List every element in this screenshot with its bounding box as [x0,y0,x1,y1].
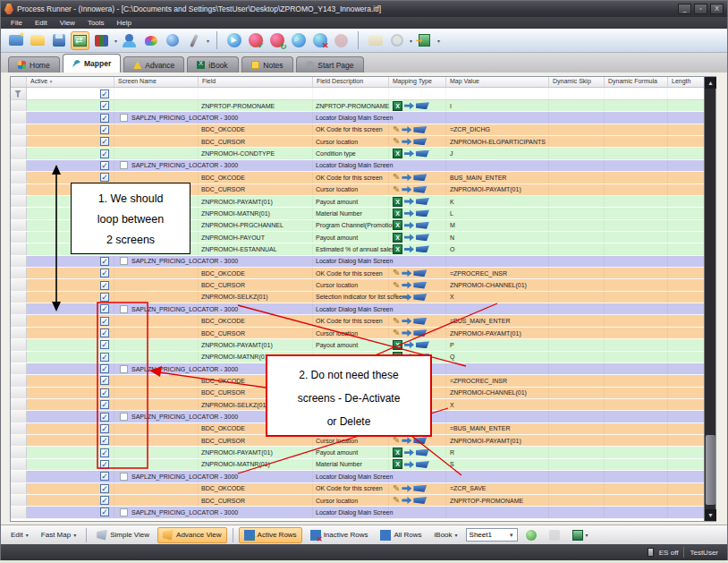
active-checkbox[interactable]: ✓ [100,388,109,397]
screen-name-cell[interactable] [114,495,199,506]
active-checkbox[interactable]: ✓ [100,137,109,146]
active-cell[interactable]: ✓ [27,447,114,457]
field-cell[interactable]: ZNPROMOI-MATNR(01) [199,208,313,218]
active-cell[interactable]: ✓ [27,100,114,111]
field-description-cell[interactable]: OK Code for this screen [313,124,389,135]
active-cell[interactable]: ✓ [27,375,114,386]
run-schedule-icon[interactable] [267,31,286,50]
field-description-cell[interactable]: Payout amount [313,339,389,350]
active-cell[interactable]: ✓ [27,471,114,482]
field-cell[interactable]: BDC_CURSOR [199,184,313,195]
active-checkbox[interactable]: ✓ [100,400,109,409]
row-indicator-cell[interactable] [11,411,27,422]
dynamic-skip-cell[interactable] [549,339,605,350]
field-row[interactable]: ✓BDC_OKCODEOK Code for this screen✎=ZCR_… [11,483,715,495]
screen-name-cell[interactable] [114,328,199,338]
row-indicator-cell[interactable] [11,172,27,183]
filter-cell[interactable] [114,88,199,99]
maximize-button[interactable]: ▫ [694,4,707,14]
tab-advance[interactable]: Advance [123,56,184,73]
dynamic-formula-cell[interactable] [605,495,668,506]
active-checkbox[interactable]: ✓ [100,328,109,337]
field-row[interactable]: ✓BDC_OKCODEOK Code for this screen✎=ZPRO… [11,268,715,279]
length-cell[interactable] [668,148,706,158]
dynamic-skip-cell[interactable] [549,315,605,326]
mapping-type-cell[interactable]: ✎ [389,483,446,494]
dynamic-skip-cell[interactable] [549,243,605,254]
active-checkbox[interactable]: ✓ [100,173,109,182]
active-cell[interactable]: ✓ [27,339,114,350]
mapper-view-icon[interactable] [71,31,89,50]
field-cell[interactable]: ZNPROMOH-PRGCHANNEL [199,220,313,231]
field-cell[interactable]: ZNPROMOH-PAYOUT [199,232,313,243]
row-indicator-cell[interactable] [11,196,27,207]
row-indicator-cell[interactable] [11,243,27,254]
mapping-type-cell[interactable] [389,256,446,267]
screen-name-cell[interactable] [114,459,199,470]
close-button[interactable]: X [710,4,724,14]
map-value-cell[interactable]: S [446,459,549,470]
row-indicator-cell[interactable] [11,148,27,158]
length-cell[interactable] [668,112,706,123]
color-palette-icon[interactable] [141,31,160,50]
row-indicator-cell[interactable] [11,495,27,506]
filter-active-checkbox[interactable]: ✓ [100,90,109,98]
dynamic-skip-cell[interactable] [549,435,605,446]
mapping-type-cell[interactable]: ✎ [389,292,446,303]
sheet-selector[interactable]: Sheet1▼ [466,528,518,542]
active-checkbox[interactable]: ✓ [100,257,109,266]
active-checkbox[interactable]: ✓ [100,317,109,326]
map-value-cell[interactable]: ZNPROMOI-CHANNEL(01) [446,388,549,398]
map-value-cell[interactable]: ZNPROMOI-PAYAMT(01) [446,435,549,446]
length-cell[interactable] [668,292,706,303]
column-header-active[interactable]: Active ▼ [27,77,114,87]
dynamic-formula-cell[interactable] [605,100,668,111]
mapping-type-cell[interactable]: ✎ [389,328,446,338]
dynamic-formula-cell[interactable] [605,328,668,338]
dynamic-formula-cell[interactable] [605,292,668,303]
expand-icon[interactable] [120,305,128,313]
field-cell[interactable]: BDC_OKCODE [199,268,313,278]
field-description-cell[interactable]: Program Channel(Promotion) [313,220,389,231]
dynamic-formula-cell[interactable] [605,232,668,243]
dynamic-formula-cell[interactable] [605,268,668,278]
map-value-cell[interactable] [446,411,549,422]
dynamic-formula-cell[interactable] [605,447,668,457]
dynamic-formula-cell[interactable] [605,399,668,410]
map-value-cell[interactable] [446,256,549,267]
row-indicator-cell[interactable] [11,112,27,123]
field-cell[interactable]: BDC_CURSOR [199,136,313,147]
dynamic-skip-cell[interactable] [549,256,605,267]
active-cell[interactable]: ✓ [27,136,114,147]
active-cell[interactable]: ✓ [27,423,114,434]
screen-row[interactable]: ✓SAPLZN_PRICING_LOCATOR - 3000Locator Di… [11,507,715,518]
active-cell[interactable]: ✓ [27,292,114,303]
row-indicator-cell[interactable] [11,268,27,278]
mapping-type-cell[interactable] [389,507,446,517]
length-cell[interactable] [668,435,706,446]
active-cell[interactable]: ✓ [27,160,114,171]
mapping-type-cell[interactable]: X [389,447,446,457]
expand-icon[interactable] [120,473,128,481]
excel-exit-icon[interactable] [415,31,434,50]
field-description-cell[interactable]: OK Code for this screen [313,315,389,326]
length-cell[interactable] [668,363,706,374]
screen-name-cell[interactable] [114,483,199,494]
dynamic-skip-cell[interactable] [549,196,605,207]
dynamic-skip-cell[interactable] [549,507,605,517]
dynamic-formula-cell[interactable] [605,303,668,314]
screen-name-cell[interactable] [114,399,199,410]
field-cell[interactable]: BDC_OKCODE [199,483,313,494]
active-cell[interactable]: ✓ [27,352,114,363]
dynamic-skip-cell[interactable] [549,148,605,158]
mapping-type-cell[interactable]: X [389,196,446,207]
mapping-type-cell[interactable]: ✎ [389,315,446,326]
active-cell[interactable]: ✓ [27,256,114,267]
tab-ibook[interactable]: iBook [187,56,239,73]
grid-filter-row[interactable]: ✓ [11,88,715,100]
dynamic-formula-cell[interactable] [605,375,668,386]
user-profile-icon[interactable] [120,31,139,50]
active-cell[interactable]: ✓ [27,315,114,326]
row-indicator-cell[interactable] [11,352,27,363]
length-cell[interactable] [668,352,706,363]
